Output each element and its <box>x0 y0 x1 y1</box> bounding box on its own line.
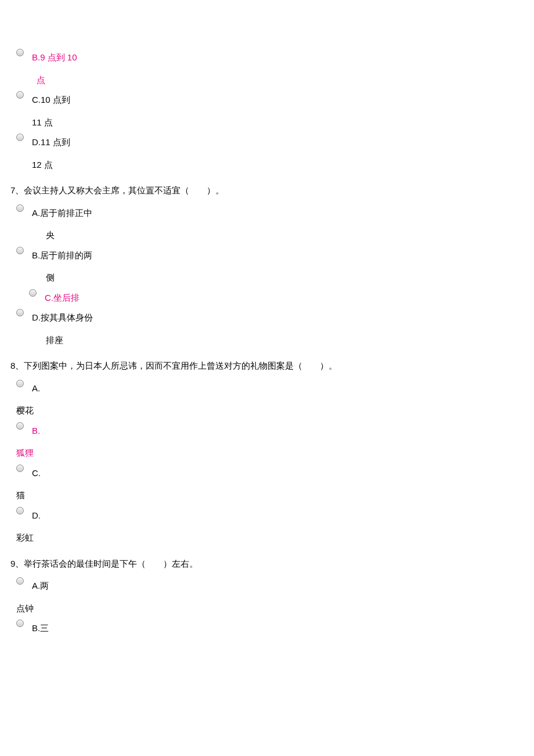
option-label: C.坐后排 <box>45 287 80 305</box>
option-label: C.10 点到 <box>32 89 70 107</box>
radio-icon[interactable] <box>16 507 24 514</box>
q6-option-c[interactable]: C.10 点到 <box>0 89 534 107</box>
q7-option-b[interactable]: B.居于前排的两 <box>0 244 534 262</box>
option-label: B. <box>32 420 40 438</box>
q9-option-a[interactable]: A.两 <box>0 575 534 593</box>
q8-option-c[interactable]: C. <box>0 462 534 480</box>
option-label: A. <box>32 377 40 395</box>
option-continuation: 点钟 <box>0 595 534 615</box>
option-label: C. <box>32 462 41 480</box>
option-continuation: 排座 <box>0 327 534 347</box>
question-9: 9、举行茶话会的最佳时间是下午（ ）左右。 <box>0 547 534 575</box>
q7-option-a[interactable]: A.居于前排正中 <box>0 202 534 220</box>
q6-option-b[interactable]: B.9 点到 10 <box>0 46 534 64</box>
option-continuation: 央 <box>0 222 534 242</box>
option-label: B.三 <box>32 617 49 635</box>
option-continuation: 12 点 <box>0 152 534 172</box>
radio-icon[interactable] <box>16 247 24 254</box>
option-label: D.按其具体身份 <box>32 307 93 325</box>
q6-option-d[interactable]: D.11 点到 <box>0 131 534 149</box>
radio-icon[interactable] <box>16 465 24 472</box>
option-label: B.9 点到 10 <box>32 46 77 64</box>
option-continuation: 11 点 <box>0 109 534 129</box>
option-label: D. <box>32 505 41 523</box>
option-label: A.居于前排正中 <box>32 202 92 220</box>
radio-icon[interactable] <box>16 49 24 56</box>
option-continuation: 狐狸 <box>0 440 534 460</box>
radio-icon[interactable] <box>16 620 24 627</box>
question-8: 8、下列图案中，为日本人所忌讳，因而不宜用作上曾送对方的礼物图案是（ ）。 <box>0 349 534 377</box>
radio-icon[interactable] <box>16 91 24 99</box>
radio-icon[interactable] <box>16 134 24 141</box>
option-continuation: 侧 <box>0 264 534 285</box>
option-continuation: 点 <box>0 67 534 87</box>
q8-option-d[interactable]: D. <box>0 505 534 523</box>
q7-option-c[interactable]: C.坐后排 <box>0 287 534 305</box>
option-continuation: 樱花 <box>0 397 534 417</box>
option-label: A.两 <box>32 575 49 593</box>
q8-option-a[interactable]: A. <box>0 377 534 395</box>
radio-icon[interactable] <box>16 309 24 316</box>
radio-icon[interactable] <box>29 289 37 297</box>
radio-icon[interactable] <box>16 380 24 387</box>
option-continuation: 彩虹 <box>0 524 534 545</box>
q7-option-d[interactable]: D.按其具体身份 <box>0 307 534 325</box>
question-7: 7、会议主持人又称大会主席，其位置不适宜（ ）。 <box>0 174 534 202</box>
radio-icon[interactable] <box>16 577 24 585</box>
option-label: D.11 点到 <box>32 131 70 149</box>
q8-option-b[interactable]: B. <box>0 420 534 438</box>
q9-option-b[interactable]: B.三 <box>0 617 534 635</box>
radio-icon[interactable] <box>16 422 24 430</box>
option-label: B.居于前排的两 <box>32 244 92 262</box>
radio-icon[interactable] <box>16 204 24 212</box>
option-continuation: 猫 <box>0 482 534 502</box>
